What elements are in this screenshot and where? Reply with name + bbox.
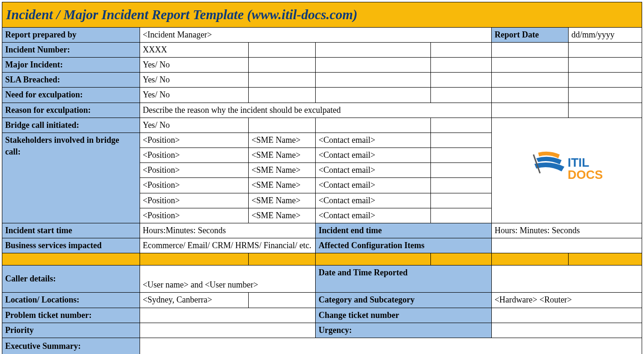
- incident-start-value[interactable]: Hours:Minutes: Seconds: [140, 223, 316, 238]
- report-date-value[interactable]: dd/mm/yyyy: [568, 27, 642, 42]
- report-prepared-by-label: Report prepared by: [2, 27, 140, 42]
- change-ticket-value[interactable]: [491, 308, 642, 323]
- business-services-value[interactable]: Ecommerce/ Email/ CRM/ HRMS/ Financial/ …: [140, 238, 316, 253]
- incident-report-table: Incident / Major Incident Report Templat…: [2, 2, 642, 354]
- stakeholder-email[interactable]: <Contact email>: [316, 148, 431, 163]
- incident-number-label: Incident Number:: [2, 42, 140, 57]
- stakeholder-email[interactable]: <Contact email>: [316, 163, 431, 178]
- empty-cell: [316, 118, 431, 133]
- empty-cell: [491, 88, 568, 103]
- empty-cell: [568, 73, 642, 88]
- reason-exculpation-value[interactable]: Describe the reason why the incident sho…: [140, 103, 491, 118]
- caller-details-value[interactable]: <User name> and <User number>: [140, 266, 316, 293]
- location-value[interactable]: <Sydney, Canberra>: [140, 293, 248, 308]
- empty-cell: [316, 88, 431, 103]
- empty-cell: [431, 148, 492, 163]
- separator: [568, 253, 642, 266]
- incident-end-label: Incident end time: [316, 223, 492, 238]
- major-incident-label: Major Incident:: [2, 57, 140, 72]
- date-time-reported-value[interactable]: [491, 266, 642, 293]
- exec-summary-value[interactable]: [140, 338, 642, 354]
- stakeholder-email[interactable]: <Contact email>: [316, 178, 431, 193]
- urgency-value[interactable]: [491, 323, 642, 338]
- empty-cell: [568, 88, 642, 103]
- stakeholder-sme[interactable]: <SME Name>: [248, 193, 315, 208]
- stakeholders-label: Stakeholders involved in bridge call:: [2, 133, 140, 223]
- separator: [248, 253, 315, 266]
- stakeholder-email[interactable]: <Contact email>: [316, 193, 431, 208]
- major-incident-value[interactable]: Yes/ No: [140, 57, 248, 72]
- empty-cell: [431, 73, 492, 88]
- stakeholder-position[interactable]: <Position>: [140, 178, 248, 193]
- empty-cell: [568, 103, 642, 118]
- sla-breached-label: SLA Breached:: [2, 73, 140, 88]
- stakeholder-sme[interactable]: <SME Name>: [248, 178, 315, 193]
- empty-cell: [568, 42, 642, 57]
- report-prepared-by-value[interactable]: <Incident Manager>: [140, 27, 491, 42]
- empty-cell: [248, 293, 315, 308]
- report-date-label: Report Date: [491, 27, 568, 42]
- bridge-call-label: Bridge call initiated:: [2, 118, 140, 133]
- stakeholder-sme[interactable]: <SME Name>: [248, 208, 315, 223]
- empty-cell: [248, 42, 315, 57]
- incident-number-value[interactable]: XXXX: [140, 42, 248, 57]
- empty-cell: [431, 178, 492, 193]
- empty-cell: [431, 42, 492, 57]
- stakeholder-sme[interactable]: <SME Name>: [248, 133, 315, 148]
- empty-cell: [491, 73, 568, 88]
- stakeholder-position[interactable]: <Position>: [140, 208, 248, 223]
- empty-cell: [316, 57, 431, 72]
- page-title: Incident / Major Incident Report Templat…: [2, 2, 642, 28]
- need-exculpation-value[interactable]: Yes/ No: [140, 88, 248, 103]
- stakeholder-sme[interactable]: <SME Name>: [248, 148, 315, 163]
- exec-summary-label: Executive Summary:: [2, 338, 140, 354]
- empty-cell: [491, 42, 568, 57]
- category-value[interactable]: <Hardware> <Router>: [491, 293, 642, 308]
- empty-cell: [316, 42, 431, 57]
- affected-ci-value[interactable]: [491, 238, 642, 253]
- need-exculpation-label: Need for exculpation:: [2, 88, 140, 103]
- empty-cell: [248, 57, 315, 72]
- problem-ticket-label: Problem ticket number:: [2, 308, 140, 323]
- empty-cell: [248, 88, 315, 103]
- empty-cell: [316, 73, 431, 88]
- reason-exculpation-label: Reason for exculpation:: [2, 103, 140, 118]
- stakeholder-position[interactable]: <Position>: [140, 163, 248, 178]
- affected-ci-label: Affected Configuration Items: [316, 238, 492, 253]
- stakeholder-position[interactable]: <Position>: [140, 133, 248, 148]
- separator: [316, 253, 431, 266]
- priority-label: Priority: [2, 323, 140, 338]
- separator: [491, 253, 568, 266]
- empty-cell: [248, 73, 315, 88]
- sla-breached-value[interactable]: Yes/ No: [140, 73, 248, 88]
- empty-cell: [431, 163, 492, 178]
- stakeholder-position[interactable]: <Position>: [140, 193, 248, 208]
- logo-text-docs: DOCS: [568, 168, 603, 182]
- stakeholder-email[interactable]: <Contact email>: [316, 133, 431, 148]
- stakeholder-position[interactable]: <Position>: [140, 148, 248, 163]
- location-label: Location/ Locations:: [2, 293, 140, 308]
- empty-cell: [491, 103, 568, 118]
- empty-cell: [431, 88, 492, 103]
- empty-cell: [431, 208, 492, 223]
- empty-cell: [491, 57, 568, 72]
- stakeholder-email[interactable]: <Contact email>: [316, 208, 431, 223]
- priority-value[interactable]: [140, 323, 316, 338]
- business-services-label: Business services impacted: [2, 238, 140, 253]
- empty-cell: [431, 57, 492, 72]
- caller-details-label: Caller details:: [2, 266, 140, 293]
- incident-start-label: Incident start time: [2, 223, 140, 238]
- empty-cell: [248, 118, 315, 133]
- urgency-label: Urgency:: [316, 323, 492, 338]
- logo-area: ITIL DOCS: [491, 118, 642, 223]
- bridge-call-value[interactable]: Yes/ No: [140, 118, 248, 133]
- itil-docs-logo: ITIL DOCS: [528, 149, 605, 189]
- problem-ticket-value[interactable]: [140, 308, 316, 323]
- empty-cell: [568, 57, 642, 72]
- empty-cell: [431, 193, 492, 208]
- empty-cell: [431, 118, 492, 133]
- separator: [2, 253, 140, 266]
- incident-end-value[interactable]: Hours: Minutes: Seconds: [491, 223, 642, 238]
- stakeholder-sme[interactable]: <SME Name>: [248, 163, 315, 178]
- change-ticket-label: Change ticket number: [316, 308, 492, 323]
